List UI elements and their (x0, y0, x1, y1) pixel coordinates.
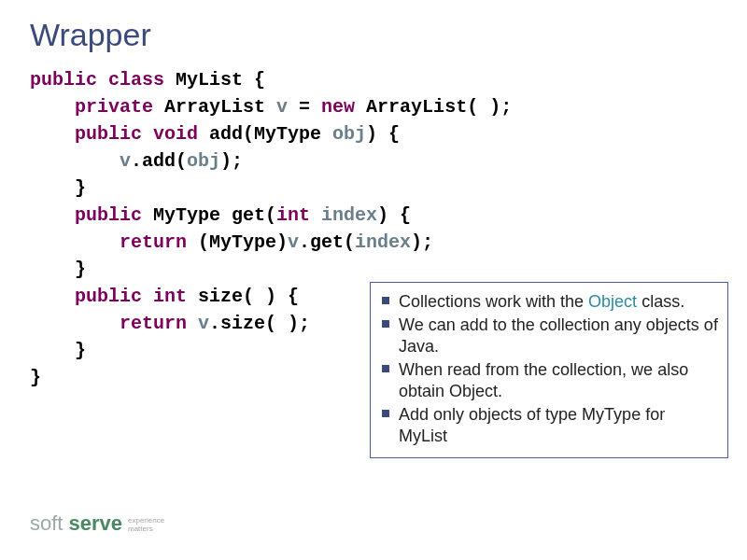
logo-serve: serve (68, 511, 122, 536)
method-call: .add( (131, 150, 187, 172)
callout-text: class. (637, 292, 684, 311)
keyword: public (75, 204, 142, 226)
punct: ); (220, 150, 243, 172)
class-name (164, 69, 176, 91)
var-name: v (288, 231, 299, 253)
ctor-call: ArrayList( ); (355, 96, 512, 118)
keyword: public int (75, 286, 187, 307)
callout-highlight: Object (588, 292, 637, 311)
callout-text: We can add to the collection any objects… (399, 315, 718, 356)
keyword: public class (30, 69, 164, 91)
method-call: .get( (299, 231, 355, 253)
keyword: public void (75, 123, 198, 145)
keyword: return (120, 231, 187, 253)
class-name: MyList (176, 69, 243, 91)
punct-brace: { (243, 69, 265, 91)
punct-brace: } (30, 367, 41, 388)
callout-text: When read from the collection, we also o… (399, 360, 688, 400)
callout-text: Collections work with the (399, 292, 588, 311)
punct-brace: } (75, 340, 86, 361)
var-name: v (276, 96, 288, 118)
var-name: v (198, 313, 209, 334)
code-line: } (30, 177, 86, 199)
type-name: ArrayList (153, 96, 276, 118)
callout-box: Collections work with the Object class. … (370, 282, 728, 458)
arg-name: obj (187, 150, 220, 172)
callout-item: When read from the collection, we also o… (380, 358, 718, 403)
keyword: int (276, 204, 310, 226)
method-decl: size( ) { (187, 286, 299, 307)
punct-brace: } (75, 177, 86, 199)
softserve-logo: softserve experiencematters (30, 511, 164, 536)
punct-brace: } (75, 259, 86, 280)
callout-item: Collections work with the Object class. (380, 290, 718, 314)
code-line: public class MyList { (30, 69, 265, 91)
code-line: return v.size( ); (30, 313, 310, 334)
code-line: public int size( ) { (30, 286, 299, 307)
param-name: obj (332, 123, 366, 145)
method-call: .size( ); (209, 313, 310, 334)
code-line: } (30, 259, 86, 280)
equals: = (288, 96, 321, 118)
cast: (MyType) (187, 231, 288, 253)
method-decl: MyType get( (142, 204, 276, 226)
callout-text: Add only objects of type MyType for MyLi… (399, 405, 665, 445)
code-line: } (30, 367, 41, 388)
keyword: private (75, 96, 153, 118)
slide-title: Wrapper (0, 0, 747, 63)
logo-tagline: experiencematters (128, 517, 164, 536)
punct: ) { (377, 204, 411, 226)
callout-item: Add only objects of type MyType for MyLi… (380, 403, 718, 448)
logo-soft: soft (30, 511, 63, 536)
callout-item: We can add to the collection any objects… (380, 314, 718, 358)
keyword: new (321, 96, 355, 118)
code-line: return (MyType)v.get(index); (30, 231, 433, 253)
logo-tag-line2: matters (128, 525, 153, 533)
code-line: v.add(obj); (30, 150, 243, 172)
code-line: public void add(MyType obj) { (30, 123, 400, 145)
keyword: return (120, 313, 187, 334)
code-line: private ArrayList v = new ArrayList( ); (30, 96, 512, 118)
code-line: } (30, 340, 86, 361)
punct: ) { (366, 123, 400, 145)
space (187, 313, 198, 334)
punct: ); (411, 231, 433, 253)
space (310, 204, 321, 226)
param-name: index (321, 204, 377, 226)
code-line: public MyType get(int index) { (30, 204, 411, 226)
var-name: v (120, 150, 131, 172)
method-decl: add(MyType (198, 123, 332, 145)
callout-list: Collections work with the Object class. … (380, 290, 718, 448)
arg-name: index (355, 231, 411, 253)
